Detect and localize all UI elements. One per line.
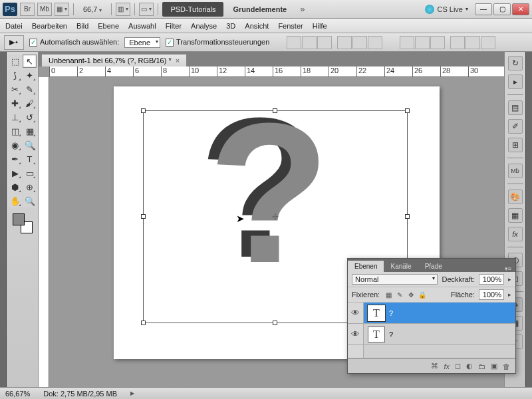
shape-tool[interactable]: ▭ <box>23 166 37 180</box>
lasso-tool[interactable]: ⟆ <box>8 68 22 82</box>
blend-mode-dropdown[interactable]: Normal <box>352 274 438 285</box>
align-hcenter-icon[interactable] <box>352 36 367 49</box>
align-bottom-icon[interactable] <box>317 36 332 49</box>
hand-tool[interactable]: ✋ <box>8 194 22 207</box>
actions-panel-icon[interactable]: ▸ <box>508 74 523 89</box>
swatches-panel-icon[interactable]: ▦ <box>508 208 523 223</box>
layer-thumb-icon[interactable]: T <box>368 305 385 321</box>
transform-controls-checkbox[interactable]: ✓Transformationssteuerungen <box>166 38 269 47</box>
minimize-button[interactable]: — <box>475 3 492 15</box>
align-right-icon[interactable] <box>368 36 382 49</box>
menu-ebene[interactable]: Ebene <box>98 22 119 30</box>
workspace-tab-tutorials[interactable]: PSD-Tutorials <box>162 2 223 17</box>
close-button[interactable]: ✕ <box>512 3 529 15</box>
healing-tool[interactable]: ✚ <box>8 96 22 110</box>
visibility-toggle-icon[interactable]: 👁 <box>348 324 364 344</box>
dist-left-icon[interactable] <box>450 36 465 49</box>
menu-analyse[interactable]: Analyse <box>191 22 217 30</box>
3d-camera-tool[interactable]: ⊕ <box>23 180 37 194</box>
workspace-tab-elements[interactable]: Grundelemente <box>226 2 293 17</box>
doc-arrange-icon[interactable]: ▦ <box>55 3 69 16</box>
layer-fx-icon[interactable]: fx <box>444 362 450 370</box>
adjustment-layer-icon[interactable]: ◐ <box>466 362 473 370</box>
menu-bearbeiten[interactable]: Bearbeiten <box>32 22 67 30</box>
eyedropper-tool[interactable]: ✎ <box>23 82 37 96</box>
lock-all-icon[interactable]: 🔒 <box>418 290 427 299</box>
auto-select-dropdown[interactable]: Ebene <box>124 37 160 48</box>
right-dock-collapse[interactable] <box>525 52 532 387</box>
lock-transparent-icon[interactable]: ▦ <box>384 290 393 299</box>
menu-fenster[interactable]: Fenster <box>278 22 303 30</box>
dist-right-icon[interactable] <box>481 36 495 49</box>
zoom-level[interactable]: 66,7 <box>78 5 107 13</box>
transform-handle-tr[interactable] <box>405 108 410 113</box>
fg-color-swatch[interactable] <box>13 213 25 225</box>
styles-panel-icon[interactable]: fx <box>508 227 523 241</box>
transform-handle-tl[interactable] <box>141 108 146 113</box>
status-doc-info[interactable]: Dok: 2,75 MB/2,95 MB <box>43 390 117 398</box>
dist-vcenter-icon[interactable] <box>415 36 430 49</box>
left-dock-collapse[interactable] <box>0 52 7 387</box>
fill-input[interactable]: 100% <box>479 289 504 300</box>
eraser-tool[interactable]: ◫ <box>8 124 22 138</box>
transform-center-icon[interactable]: ✢ <box>272 212 279 221</box>
close-document-icon[interactable]: × <box>176 57 180 65</box>
transform-handle-mr[interactable] <box>405 214 410 219</box>
cs-live-button[interactable]: CS Live ▾ <box>425 5 468 14</box>
history-brush-tool[interactable]: ↺ <box>23 110 37 124</box>
link-layers-icon[interactable]: ⌘ <box>431 362 438 370</box>
new-layer-icon[interactable]: ▣ <box>491 362 497 370</box>
lock-pixels-icon[interactable]: ✎ <box>395 290 404 299</box>
dist-hcenter-icon[interactable] <box>466 36 480 49</box>
color-swatches[interactable] <box>13 213 33 233</box>
tab-kanaele[interactable]: Kanäle <box>384 261 418 272</box>
transform-handle-bc[interactable] <box>273 321 277 325</box>
auto-select-checkbox[interactable]: ✓Automatisch auswählen: <box>29 38 119 47</box>
menu-bild[interactable]: Bild <box>76 22 88 30</box>
bridge-icon[interactable]: Br <box>20 3 35 16</box>
dist-bottom-icon[interactable] <box>430 36 445 49</box>
screen-mode-icon[interactable]: ▭ <box>139 3 154 16</box>
minibr-icon[interactable]: Mb <box>37 3 52 16</box>
opacity-slider-icon[interactable]: ▸ <box>508 276 511 283</box>
magic-wand-tool[interactable]: ✦ <box>23 68 37 82</box>
layer-name[interactable]: ? <box>389 309 393 317</box>
menu-filter[interactable]: Filter <box>166 22 182 30</box>
clone-panel-icon[interactable]: ⊞ <box>508 138 523 152</box>
maximize-button[interactable]: ▢ <box>493 3 511 15</box>
gradient-tool[interactable]: ▦ <box>23 124 37 138</box>
move-tool[interactable]: ↖ <box>23 55 37 68</box>
color-panel-icon[interactable]: 🎨 <box>508 190 523 204</box>
menu-3d[interactable]: 3D <box>226 22 235 30</box>
zoom-tool[interactable]: 🔍 <box>23 194 37 207</box>
align-top-icon[interactable] <box>287 36 301 49</box>
mb-panel-icon[interactable]: Mb <box>508 164 523 178</box>
align-vcenter-icon[interactable] <box>302 36 317 49</box>
dodge-tool[interactable]: 🔍 <box>23 138 37 152</box>
delete-layer-icon[interactable]: 🗑 <box>503 362 510 370</box>
layer-thumb-icon[interactable]: T <box>368 327 385 342</box>
menu-ansicht[interactable]: Ansicht <box>245 22 269 30</box>
layer-row[interactable]: 👁 T ? <box>348 324 515 345</box>
lock-position-icon[interactable]: ✥ <box>406 290 416 299</box>
transform-handle-tc[interactable] <box>273 108 277 113</box>
align-left-icon[interactable] <box>337 36 352 49</box>
tool-preset-picker[interactable]: ▶✦ <box>4 35 24 50</box>
menu-auswahl[interactable]: Auswahl <box>128 22 156 30</box>
path-select-tool[interactable]: ▶ <box>8 166 22 180</box>
brushes-panel-icon[interactable]: ✐ <box>508 119 523 134</box>
document-tab[interactable]: Unbenannt-1 bei 66,7% (?, RGB/16) * × <box>41 54 187 66</box>
panel-menu-icon[interactable]: ▾≡ <box>501 265 515 272</box>
layer-row[interactable]: 👁 T ? <box>348 303 515 324</box>
fill-slider-icon[interactable]: ▸ <box>508 291 511 298</box>
status-zoom[interactable]: 66,67% <box>5 390 30 398</box>
view-extras-icon[interactable]: ▥ <box>116 3 130 16</box>
properties-panel-icon[interactable]: ▤ <box>508 100 523 115</box>
history-panel-icon[interactable]: ↻ <box>508 56 523 70</box>
pen-tool[interactable]: ✒ <box>8 152 22 166</box>
stamp-tool[interactable]: ⊥ <box>8 110 22 124</box>
layer-mask-icon[interactable]: ◻ <box>455 362 461 370</box>
ps-logo-icon[interactable]: Ps <box>3 3 17 16</box>
crop-tool[interactable]: ✂ <box>8 82 22 96</box>
marquee-tool[interactable]: ⬚ <box>8 55 22 68</box>
